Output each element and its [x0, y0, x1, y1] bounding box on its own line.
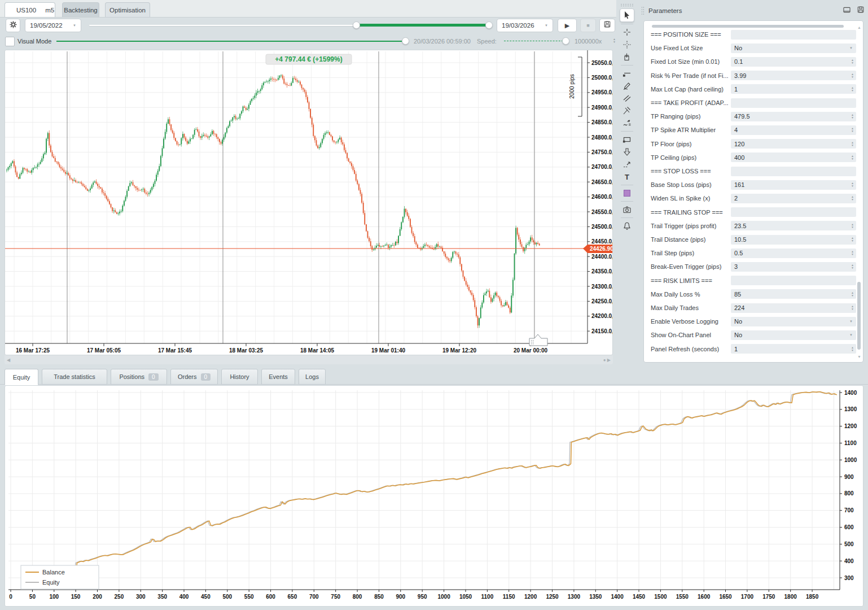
svg-text:1400: 1400 — [844, 390, 857, 396]
param-input-max-lot-cap-hard-ceiling[interactable]: 1▲▼ — [731, 84, 856, 94]
tab-orders[interactable]: Orders0 — [170, 369, 218, 385]
playback-progress-slider[interactable] — [56, 41, 405, 42]
param-input-widen-sl-in-spike-x[interactable]: 2▲▼ — [731, 194, 856, 203]
tool-pencil-icon[interactable] — [620, 80, 634, 92]
param-label: Risk % Per Trade (if not Fi... — [651, 72, 729, 79]
scroll-up-icon[interactable]: ▲ — [857, 25, 861, 29]
tool-camera-icon[interactable] — [620, 203, 634, 216]
speed-slider-handle[interactable] — [562, 37, 569, 45]
tab-equity[interactable]: Equity — [5, 369, 38, 385]
param-input-break-even-trigger-pips[interactable]: 3▲▼ — [731, 262, 856, 272]
tool-alert-bell-icon[interactable] — [620, 220, 634, 232]
tool-arrow-down-icon[interactable] — [620, 146, 634, 158]
param-input-enable-verbose-logging[interactable]: No▼ — [731, 317, 856, 326]
play-button[interactable]: ▶ — [558, 19, 577, 32]
param-input-fixed-lot-size-min-0-01[interactable]: 0.1▲▼ — [731, 57, 856, 67]
spinner-arrows-icon[interactable]: ▲▼ — [851, 155, 854, 160]
visual-mode-checkbox[interactable] — [5, 37, 15, 46]
undock-panel-icon[interactable] — [843, 6, 851, 16]
tab-backtesting[interactable]: Backtesting — [62, 2, 99, 17]
spinner-arrows-icon[interactable]: ▲▼ — [851, 73, 854, 79]
spinner-arrows-icon[interactable]: ▲▼ — [851, 346, 854, 352]
param-input-base-stop-loss-pips[interactable]: 161▲▼ — [731, 180, 856, 190]
spinner-arrows-icon[interactable]: ▲▼ — [851, 141, 854, 147]
playback-progress-handle[interactable] — [402, 37, 409, 45]
spinner-arrows-icon[interactable]: ▲▼ — [851, 250, 854, 256]
tool-rectangle-icon[interactable] — [620, 133, 634, 146]
param-input-use-fixed-lot-size[interactable]: No▼ — [731, 43, 856, 53]
tool-trend-line-icon[interactable] — [620, 158, 634, 171]
tool-color-swatch-icon[interactable] — [620, 187, 634, 199]
tab-chart-us100-m5[interactable]: US100 m5 — [5, 2, 55, 17]
param-input-max-daily-loss[interactable]: 85▲▼ — [731, 289, 856, 299]
spinner-arrows-icon[interactable]: ▲▼ — [851, 264, 854, 269]
save-report-button[interactable] — [599, 19, 615, 32]
dropdown-arrow-icon[interactable]: ▼ — [849, 320, 853, 323]
equity-chart[interactable]: 0501001502002503003504004505005506006507… — [5, 386, 863, 606]
scroll-right-icon[interactable]: ● ▶ — [603, 358, 611, 363]
tool-cursor-icon[interactable] — [620, 8, 634, 22]
range-slider-left-handle[interactable] — [353, 21, 360, 29]
param-v-scrollbar[interactable] — [857, 282, 861, 350]
spinner-arrows-icon[interactable]: ▲▼ — [851, 195, 854, 201]
tool-pitchfork-icon[interactable] — [620, 104, 634, 117]
scroll-down-icon[interactable]: ▼ — [857, 355, 861, 359]
tab-trade-statistics[interactable]: Trade statistics — [42, 369, 107, 385]
spinner-arrows-icon[interactable]: ▲▼ — [851, 114, 854, 119]
date-from-select[interactable]: 19/05/2022▼ — [25, 19, 81, 32]
spinner-arrows-icon[interactable]: ▲▼ — [851, 127, 854, 133]
tool-crosshair-icon[interactable] — [620, 26, 634, 38]
main-price-chart[interactable]: 25050.0025000.0024950.0024900.0024850.00… — [5, 50, 612, 355]
param-input-trail-distance-pips[interactable]: 10.5▲▼ — [731, 235, 856, 245]
tab-positions[interactable]: Positions0 — [111, 369, 167, 385]
svg-text:1150: 1150 — [503, 594, 515, 600]
toolbar-grip[interactable] — [620, 3, 634, 6]
tool-magnet-icon[interactable] — [620, 51, 634, 63]
tab-logs[interactable]: Logs — [299, 369, 326, 385]
spinner-arrows-icon[interactable]: ▲▼ — [851, 59, 854, 64]
tab-history[interactable]: History — [221, 369, 258, 385]
param-label: Max Daily Trades — [651, 304, 729, 311]
speed-slider[interactable] — [504, 41, 566, 41]
param-input-trail-step-pips[interactable]: 0.5▲▼ — [731, 249, 856, 258]
spinner-arrows-icon[interactable]: ▲▼ — [851, 182, 854, 188]
spinner-arrows-icon[interactable]: ▲▼ — [851, 223, 854, 229]
spinner-arrows-icon[interactable]: ▲▼ — [851, 237, 854, 242]
svg-text:1200: 1200 — [524, 594, 537, 600]
range-slider-right-handle[interactable] — [485, 21, 493, 29]
svg-text:18 Mar 03:25: 18 Mar 03:25 — [229, 347, 263, 354]
date-range-selected-bar[interactable] — [357, 24, 489, 27]
param-h-scrollbar[interactable] — [652, 25, 844, 28]
param-input-trail-trigger-pips-profit[interactable]: 23.5▲▼ — [731, 221, 856, 230]
dropdown-arrow-icon[interactable]: ▼ — [849, 46, 853, 50]
spinner-arrows-icon[interactable]: ▲▼ — [851, 86, 854, 92]
parameters-header: Parameters — [641, 3, 865, 18]
scroll-left-icon[interactable]: ◀ — [7, 358, 10, 363]
param-input-panel-refresh-seconds[interactable]: 1▲▼ — [731, 344, 856, 354]
tool-crosshair-sync-icon[interactable] — [620, 38, 634, 51]
tab-optimisation[interactable]: Optimisation — [105, 2, 150, 17]
panel-grip[interactable] — [641, 6, 644, 15]
save-parameters-icon[interactable] — [857, 6, 865, 16]
tool-horizontal-line-icon[interactable] — [620, 67, 634, 80]
param-input-tp-floor-pips[interactable]: 120▲▼ — [731, 139, 856, 149]
param-input-tp-ceiling-pips[interactable]: 400▲▼ — [731, 152, 856, 162]
tab-events[interactable]: Events — [261, 369, 295, 385]
param-label: Max Daily Loss % — [651, 291, 729, 298]
param-input-show-on-chart-panel[interactable]: No▼ — [731, 330, 856, 340]
spinner-arrows-icon[interactable]: ▲▼ — [851, 291, 854, 297]
dropdown-arrow-icon[interactable]: ▼ — [849, 333, 853, 337]
param-input-tp-ranging-pips[interactable]: 479.5▲▼ — [731, 112, 856, 121]
param-input-tp-spike-atr-multiplier[interactable]: 4▲▼ — [731, 125, 856, 135]
tool-text-icon[interactable]: T — [620, 171, 634, 183]
param-input-max-daily-trades[interactable]: 224▲▼ — [731, 303, 856, 313]
spinner-arrows-icon[interactable]: ▲▼ — [851, 305, 854, 311]
speed-spinner[interactable]: ▲▼ — [613, 38, 616, 43]
param-input-risk-per-trade-if-not-fi[interactable]: 3.99▲▼ — [731, 71, 856, 80]
stop-button[interactable]: ■ — [580, 19, 596, 32]
date-to-select[interactable]: 19/03/2026▼ — [497, 19, 553, 32]
chart-h-scrollbar[interactable]: ◀ ● ▶ — [5, 355, 613, 364]
tool-wave-icon[interactable] — [620, 117, 634, 129]
settings-button[interactable] — [6, 19, 20, 32]
tool-channel-icon[interactable] — [620, 92, 634, 104]
